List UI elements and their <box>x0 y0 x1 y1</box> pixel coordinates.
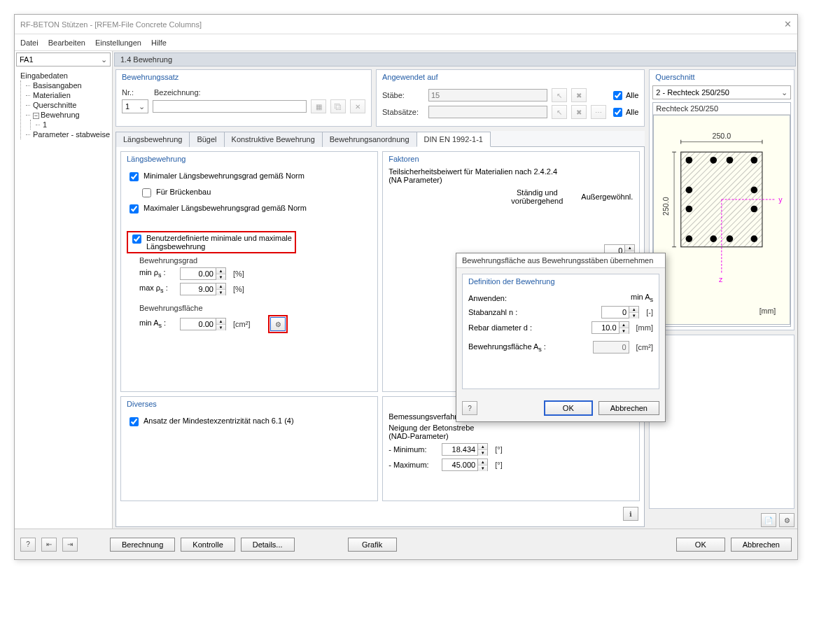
prev-icon[interactable]: ⇤ <box>41 538 57 552</box>
menu-bearbeiten[interactable]: Bearbeiten <box>48 38 85 47</box>
sidebar: FA1 ⌄ Eingabedaten Basisangaben Material… <box>15 51 113 528</box>
tree-bewehrung-1[interactable]: 1 <box>36 120 111 130</box>
svg-point-21 <box>751 235 758 242</box>
tree-parameter[interactable]: Parameter - stabweise <box>26 130 111 139</box>
pick-icon[interactable]: ↖ <box>552 88 567 102</box>
chevron-down-icon: ⌄ <box>781 88 788 97</box>
check-min-norm[interactable]: Minimaler Längsbewehrungsgrad gemäß Norm <box>127 172 372 183</box>
group-diverses-left: Diverses Ansatz der Mindestexzentrizität… <box>120 396 378 501</box>
dialog-title: Bewehrungsfläche aus Bewehrungsstäben üb… <box>456 253 665 268</box>
more-icon[interactable]: ⋯ <box>591 105 606 119</box>
dialog-rebar-area: Bewehrungsfläche aus Bewehrungsstäben üb… <box>456 253 666 422</box>
footer: ? ⇤ ⇥ Berechnung Kontrolle Details... Gr… <box>15 528 797 559</box>
close-icon[interactable]: ✕ <box>784 19 792 29</box>
tree-expander-icon[interactable]: − <box>33 113 39 119</box>
svg-point-13 <box>751 157 758 164</box>
new-icon[interactable]: ▦ <box>311 99 326 113</box>
pick-icon[interactable]: ↖ <box>552 105 567 119</box>
spin-up-icon[interactable]: ▲ <box>216 318 225 325</box>
info-panel <box>649 335 794 509</box>
min-rho-input[interactable]: ▲▼ <box>180 267 226 280</box>
svg-point-18 <box>686 235 693 242</box>
nav-tree: Eingabedaten Basisangaben Materialien Qu… <box>15 68 112 528</box>
max-angle-input[interactable]: ▲▼ <box>442 458 488 471</box>
check-max-norm[interactable]: Maximaler Längsbewehrungsgrad gemäß Norm <box>127 204 372 216</box>
alle-stabsaetze-checkbox[interactable]: Alle <box>610 106 638 119</box>
spin-up-icon[interactable]: ▲ <box>216 268 225 274</box>
svg-point-12 <box>727 157 734 164</box>
next-icon[interactable]: ⇥ <box>62 538 78 552</box>
menu-hilfe[interactable]: Hilfe <box>151 38 167 47</box>
tree-root[interactable]: Eingabedaten <box>16 71 111 80</box>
ok-button[interactable]: OK <box>676 538 725 552</box>
group-querschnitt: Querschnitt 2 - Rechteck 250/250⌄ Rechte… <box>649 69 794 330</box>
copy-icon[interactable]: ⿻ <box>330 99 346 113</box>
cancel-button[interactable]: Abbrechen <box>731 538 792 552</box>
tree-querschnitte[interactable]: Querschnitte <box>26 100 111 110</box>
svg-point-11 <box>710 157 718 164</box>
svg-text:250.0: 250.0 <box>662 197 671 216</box>
pick-rebar-button[interactable]: ⚙ <box>270 317 286 331</box>
tab-din[interactable]: DIN EN 1992-1-1 <box>416 132 491 147</box>
delete-icon[interactable]: ✕ <box>350 99 365 113</box>
details-button[interactable]: Details... <box>241 538 295 552</box>
spin-up-icon[interactable]: ▲ <box>216 284 225 290</box>
stabanzahl-input[interactable]: ▲▼ <box>601 306 639 318</box>
page-title: 1.4 Bewehrung <box>114 52 796 66</box>
dialog-ok-button[interactable]: OK <box>544 400 593 416</box>
main-area: FA1 ⌄ Eingabedaten Basisangaben Material… <box>15 51 797 528</box>
titlebar: RF-BETON Stützen - [RFEM-File Concrete C… <box>15 15 797 34</box>
check-brueckenbau[interactable]: Für Brückenbau <box>139 188 372 200</box>
group-bewehrungssatz: Bewehrungssatz Nr.: Bezeichnung: 1⌄ ▦ <box>115 69 372 127</box>
grafik-button[interactable]: Grafik <box>348 538 397 552</box>
alle-staebe-checkbox[interactable]: Alle <box>610 89 638 102</box>
svg-text:z: z <box>719 275 722 284</box>
svg-point-16 <box>686 206 693 213</box>
svg-point-14 <box>686 187 693 194</box>
spin-down-icon[interactable]: ▼ <box>216 290 225 295</box>
help-icon[interactable]: ? <box>462 401 477 415</box>
chevron-down-icon: ⌄ <box>101 55 107 64</box>
svg-point-15 <box>751 187 758 194</box>
min-as-input[interactable]: ▲▼ <box>180 318 226 330</box>
clear-icon[interactable]: ✖ <box>571 88 587 102</box>
spin-down-icon[interactable]: ▼ <box>216 274 225 280</box>
menu-datei[interactable]: Datei <box>20 38 38 47</box>
tree-basisangaben[interactable]: Basisangaben <box>26 80 111 90</box>
tabs: Längsbewehrung Bügel Konstruktive Bewehr… <box>115 131 645 147</box>
dialog-cancel-button[interactable]: Abbrechen <box>598 401 659 415</box>
flaeche-output <box>593 341 629 354</box>
svg-point-10 <box>686 157 693 164</box>
max-rho-input[interactable]: ▲▼ <box>180 283 226 295</box>
tree-materialien[interactable]: Materialien <box>26 90 111 100</box>
tab-konstruktive[interactable]: Konstruktive Bewehrung <box>224 132 323 147</box>
tab-laengsbewehrung[interactable]: Längsbewehrung <box>115 132 190 147</box>
clear-icon[interactable]: ✖ <box>571 105 587 119</box>
tab-buegel[interactable]: Bügel <box>189 132 224 147</box>
bezeichnung-input[interactable] <box>153 100 307 113</box>
kontrolle-button[interactable]: Kontrolle <box>181 538 234 552</box>
qs-combo[interactable]: 2 - Rechteck 250/250⌄ <box>652 85 791 99</box>
tree-bewehrung[interactable]: −Bewehrung <box>26 110 111 120</box>
spin-down-icon[interactable]: ▼ <box>216 325 225 330</box>
rebar-diameter-input[interactable]: ▲▼ <box>592 321 629 334</box>
info-icon[interactable]: ℹ <box>623 507 638 521</box>
tab-anordnung[interactable]: Bewehrungsanordnung <box>322 132 417 147</box>
nr-combo[interactable]: 1⌄ <box>122 99 148 113</box>
report-icon[interactable]: 📄 <box>761 513 776 527</box>
svg-point-17 <box>751 206 758 213</box>
case-selector[interactable]: FA1 ⌄ <box>16 52 111 66</box>
stabsaetze-input[interactable] <box>428 106 547 118</box>
check-ansatz[interactable]: Ansatz der Mindestexzentrizität nach 6.1… <box>127 416 372 428</box>
group-angewendet-auf: Angewendet auf Stäbe: ↖ ✖ Alle <box>376 69 645 127</box>
settings-icon[interactable]: ⚙ <box>779 513 794 527</box>
menu-einstellungen[interactable]: Einstellungen <box>95 38 141 47</box>
min-angle-input[interactable]: ▲▼ <box>442 443 488 456</box>
help-icon[interactable]: ? <box>20 538 36 552</box>
staebe-input[interactable] <box>428 89 547 102</box>
group-laengsbewehrung: Längsbewehrung Minimaler Längsbewehrungs… <box>120 151 378 392</box>
window-title: RF-BETON Stützen - [RFEM-File Concrete C… <box>20 20 202 29</box>
berechnung-button[interactable]: Berechnung <box>110 538 175 552</box>
check-userdef[interactable]: Benutzerdefinierte minimale und maximale… <box>130 234 293 251</box>
main-window: RF-BETON Stützen - [RFEM-File Concrete C… <box>14 14 798 560</box>
